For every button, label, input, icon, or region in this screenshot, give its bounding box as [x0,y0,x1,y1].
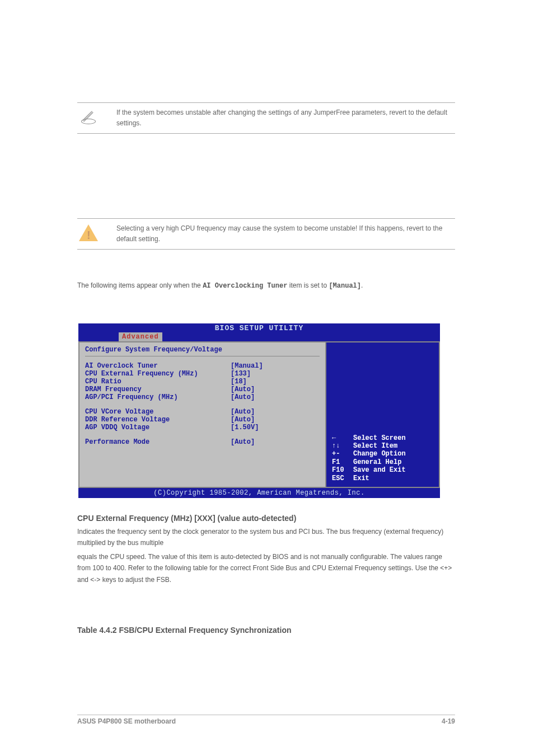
bios-row-dram-freq[interactable]: DRAM Frequency[Auto] [85,386,320,393]
help-text: General Help [353,458,401,466]
intro-text-part1: The following items appear only when the [77,281,203,289]
bios-row-agp-pci-freq[interactable]: AGP/PCI Frequency (MHz)[Auto] [85,393,320,401]
bios-tab-advanced[interactable]: Advanced [119,332,162,341]
help-key: ESC [332,475,349,482]
help-row-change-option: +-Change Option [332,450,433,458]
help-row-general-help: F1General Help [332,458,433,466]
intro-paragraph: The following items appear only when the… [77,280,455,292]
section-table-caption: Table 4.4.2 FSB/CPU External Frequency S… [77,626,455,638]
bios-label: AGP VDDQ Voltage [85,424,231,431]
help-row-exit: ESCExit [332,475,433,482]
bios-value: [Auto] [231,393,255,401]
intro-text-part3: item is set to [287,281,329,289]
bios-label: CPU External Frequency (MHz) [85,370,231,378]
help-key: F1 [332,458,349,466]
bios-row-agp-vddq[interactable]: AGP VDDQ Voltage[1.50V] [85,424,320,431]
note-block-2: ! Selecting a very high CPU frequency ma… [77,214,455,254]
section-cpu-ext-freq: CPU External Frequency (MHz) [XXX] (valu… [77,514,455,549]
help-key: +- [332,450,349,458]
footer-left: ASUS P4P800 SE motherboard [77,717,176,725]
bios-label: DDR Reference Voltage [85,416,231,424]
bios-row-cpu-vcore[interactable]: CPU VCore Voltage[Auto] [85,408,320,416]
section-title: Table 4.4.2 FSB/CPU External Frequency S… [77,626,455,635]
help-row-select-item: ↑↓Select Item [332,442,433,450]
section-title: CPU External Frequency (MHz) [XXX] (valu… [77,514,455,523]
bios-value: [133] [231,370,251,378]
note-separator-top [77,102,455,103]
bios-label: CPU VCore Voltage [85,408,231,416]
bios-label: AGP/PCI Frequency (MHz) [85,393,231,401]
help-row-select-screen: ←Select Screen [332,434,433,442]
help-key: F10 [332,466,349,474]
bios-row-ddr-ref-voltage[interactable]: DDR Reference Voltage[Auto] [85,416,320,424]
arrow-updown-icon: ↑↓ [332,442,349,450]
bios-setup-window: BIOS SETUP UTILITY Advanced Configure Sy… [77,322,441,499]
bios-label: CPU Ratio [85,378,231,386]
footer-right: 4-19 [442,717,455,725]
bios-row-ai-tuner[interactable]: AI Overclock Tuner[Manual] [85,362,320,370]
note-text-1: If the system becomes unstable after cha… [116,107,455,129]
bios-value: [18] [231,378,247,386]
pencil-note-icon [77,107,100,125]
bios-value: [Auto] [231,416,255,424]
bios-title-bar: BIOS SETUP UTILITY Advanced [78,323,440,341]
intro-text-part5: . [361,281,363,289]
note-block-1: If the system becomes unstable after cha… [77,98,455,138]
bios-value: [Auto] [231,408,255,416]
help-text: Select Screen [353,434,406,442]
help-text: Select Item [353,442,397,450]
bios-row-cpu-ext-freq[interactable]: CPU External Frequency (MHz)[133] [85,370,320,378]
bios-label: Performance Mode [85,438,231,446]
bios-value: [Auto] [231,386,255,393]
help-row-save-exit: F10Save and Exit [332,466,433,474]
section-body: equals the CPU speed. The value of this … [77,551,455,585]
intro-text-part4: [Manual] [329,282,361,290]
bios-value: [Manual] [231,362,263,370]
section-cpu-ext-freq-cont: equals the CPU speed. The value of this … [77,551,455,585]
intro-text-part2: AI Overclocking Tuner [203,282,287,290]
help-text: Save and Exit [353,466,406,474]
bios-row-performance-mode[interactable]: Performance Mode[Auto] [85,438,320,446]
bios-value: [1.50V] [231,424,259,431]
warn-separator-bottom [77,249,455,250]
bios-copyright-footer: (C)Copyright 1985-2002, American Megatre… [78,488,440,498]
page-footer: ASUS P4P800 SE motherboard 4-19 [77,715,455,725]
arrow-left-icon: ← [332,434,349,442]
bios-title: BIOS SETUP UTILITY [215,324,303,332]
section-body: Indicates the frequency sent by the cloc… [77,526,455,549]
warn-separator-top [77,218,455,219]
bios-help-panel: ←Select Screen ↑↓Select Item +-Change Op… [325,341,440,488]
note-text-2: Selecting a very high CPU frequency may … [116,223,455,245]
bios-row-cpu-ratio[interactable]: CPU Ratio[18] [85,378,320,386]
note-separator-bottom [77,133,455,134]
bios-section-heading: Configure System Frequency/Voltage [85,346,320,356]
bios-label: AI Overclock Tuner [85,362,231,370]
bios-value: [Auto] [231,438,255,446]
help-text: Exit [353,475,369,482]
bios-label: DRAM Frequency [85,386,231,393]
bios-main-panel: Configure System Frequency/Voltage AI Ov… [78,341,325,488]
help-text: Change Option [353,450,406,458]
warning-icon: ! [77,223,100,241]
